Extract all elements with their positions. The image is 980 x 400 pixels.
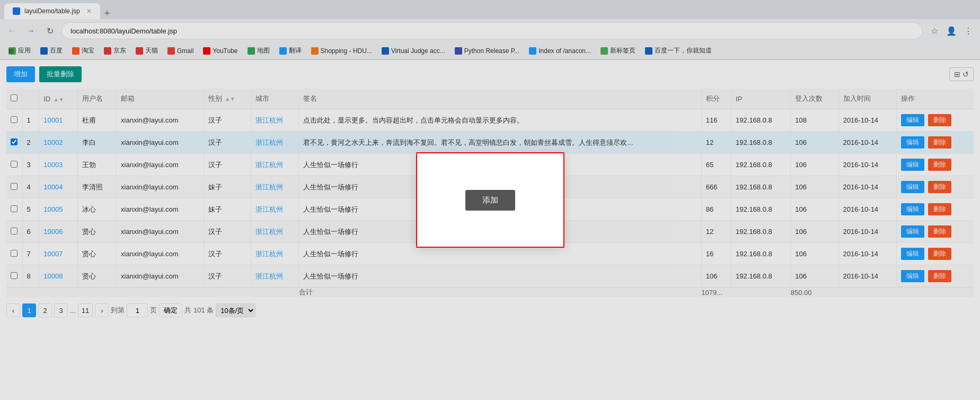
modal-overlay: 添加 <box>0 0 980 400</box>
modal-box: 添加 <box>416 152 564 248</box>
modal-add-button[interactable]: 添加 <box>465 190 515 211</box>
